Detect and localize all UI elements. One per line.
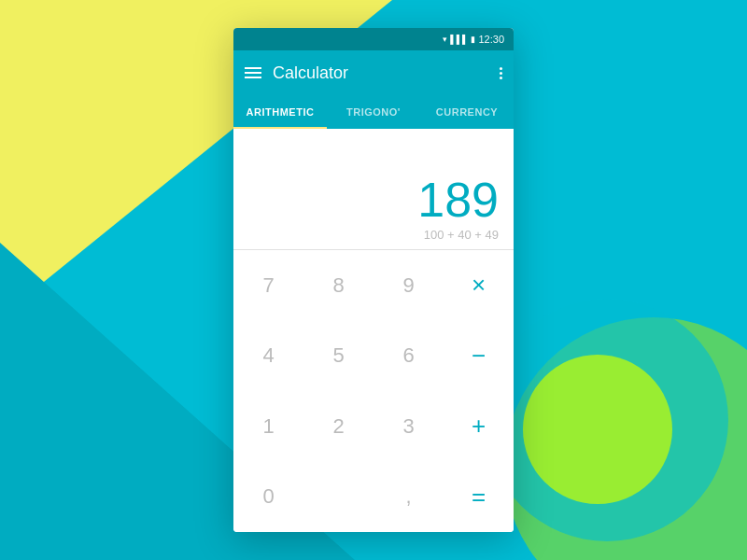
status-time: 12:30	[478, 34, 504, 45]
signal-icon: ▌▌▌	[450, 35, 468, 44]
menu-line-1	[245, 67, 261, 69]
key-spacer	[303, 462, 374, 533]
more-dot-3	[500, 77, 502, 79]
menu-line-2	[245, 72, 261, 74]
status-bar: ▾ ▌▌▌ ▮ 12:30	[233, 28, 514, 50]
phone-container: ▾ ▌▌▌ ▮ 12:30 Calculator ARITHMETIC TRIG…	[233, 28, 514, 532]
key-8[interactable]: 8	[303, 250, 374, 321]
more-dot-2	[500, 72, 502, 75]
background-circle-lime	[523, 355, 672, 504]
tab-arithmetic[interactable]: ARITHMETIC	[233, 95, 327, 129]
display-area: 189 100 + 40 + 49	[233, 129, 514, 250]
key-9[interactable]: 9	[374, 250, 444, 321]
app-bar: Calculator	[233, 50, 514, 95]
key-4[interactable]: 4	[233, 321, 303, 392]
menu-button[interactable]	[245, 67, 261, 78]
display-expression: 100 + 40 + 49	[424, 228, 499, 242]
key-3[interactable]: 3	[374, 391, 444, 462]
key-equals[interactable]: =	[444, 462, 514, 533]
menu-line-3	[245, 77, 261, 78]
key-subtract[interactable]: −	[444, 321, 514, 392]
app-title: Calculator	[273, 63, 488, 83]
key-comma[interactable]: ,	[374, 462, 444, 533]
key-7[interactable]: 7	[233, 250, 303, 321]
tab-currency[interactable]: CURRENCY	[420, 95, 514, 129]
key-2[interactable]: 2	[303, 391, 374, 462]
key-add[interactable]: +	[444, 391, 514, 462]
more-button[interactable]	[500, 67, 502, 79]
display-result: 189	[417, 175, 499, 224]
status-icons: ▾ ▌▌▌ ▮ 12:30	[443, 34, 504, 45]
key-5[interactable]: 5	[303, 321, 374, 392]
key-6[interactable]: 6	[374, 321, 444, 392]
key-0[interactable]: 0	[233, 462, 303, 533]
key-multiply[interactable]: ×	[444, 250, 514, 321]
key-1[interactable]: 1	[233, 391, 303, 462]
tabs: ARITHMETIC TRIGONO' CURRENCY	[233, 95, 514, 129]
tab-trigono[interactable]: TRIGONO'	[327, 95, 420, 129]
keypad: 7 8 9 × 4 5 6 − 1 2 3 + 0 , =	[233, 250, 514, 532]
more-dot-1	[500, 67, 502, 70]
wifi-icon: ▾	[443, 35, 447, 44]
battery-icon: ▮	[471, 35, 475, 44]
